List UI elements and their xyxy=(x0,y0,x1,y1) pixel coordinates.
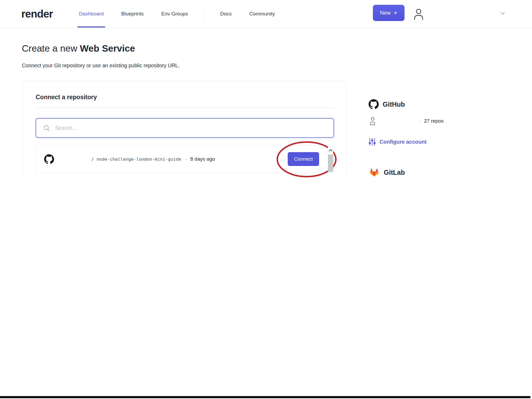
search-icon xyxy=(43,124,50,132)
primary-nav: Dashboard Blueprints Env Groups Docs Com… xyxy=(77,0,277,28)
github-account-row: · 27 repos xyxy=(369,117,496,126)
search-input[interactable] xyxy=(55,125,327,131)
repo-name: node-challenge-london-mini-guide xyxy=(97,157,181,162)
card-title: Connect a repository xyxy=(36,94,334,101)
repo-updated: 8 days ago xyxy=(190,156,215,162)
nav-env-groups[interactable]: Env Groups xyxy=(160,0,189,28)
nav-community[interactable]: Community xyxy=(248,0,277,28)
page-title-bold: Web Service xyxy=(80,43,135,53)
app-canvas: render Dashboard Blueprints Env Groups D… xyxy=(0,0,532,399)
nav-docs[interactable]: Docs xyxy=(218,0,233,28)
scroll-up-icon xyxy=(329,149,333,152)
git-providers-panel: GitHub · 27 repos Configure account xyxy=(369,99,496,178)
chevron-down-icon[interactable] xyxy=(499,10,506,17)
account-user-icon xyxy=(369,117,377,126)
repo-separator-dot: · xyxy=(185,156,187,162)
configure-account-row[interactable]: Configure account xyxy=(369,138,496,146)
github-icon xyxy=(44,154,54,164)
new-button[interactable]: New + xyxy=(373,5,405,21)
plus-icon: + xyxy=(394,9,397,16)
account-separator-dot: · xyxy=(419,118,421,124)
scroll-up-arrow[interactable] xyxy=(328,146,333,155)
nav-blueprints[interactable]: Blueprints xyxy=(119,0,145,28)
configure-account-link[interactable]: Configure account xyxy=(380,139,427,145)
page-title-regular: Create a new xyxy=(22,43,80,53)
page-title: Create a new Web Service xyxy=(22,43,532,54)
connect-repo-card: Connect a repository /node-challenge-lon… xyxy=(23,81,346,179)
sliders-icon xyxy=(369,138,376,146)
repos-count: 27 repos xyxy=(424,118,444,124)
card-divider xyxy=(36,107,334,108)
gitlab-heading: GitLab xyxy=(369,167,496,178)
connect-button[interactable]: Connect xyxy=(288,152,319,166)
nav-divider xyxy=(204,6,204,21)
page-subtitle: Connect your Git repository or use an ex… xyxy=(22,63,532,69)
new-button-label: New xyxy=(380,10,391,16)
gitlab-title: GitLab xyxy=(384,169,405,176)
repo-path-prefix: / xyxy=(91,157,94,162)
github-icon xyxy=(369,99,379,109)
bottom-bar xyxy=(0,396,530,398)
repo-owner-redacted xyxy=(54,156,91,162)
repo-path: /node-challenge-london-mini-guide xyxy=(91,157,181,162)
repo-list-scrollbar[interactable] xyxy=(328,146,333,172)
github-heading: GitHub xyxy=(369,99,496,109)
repo-search-box[interactable] xyxy=(36,118,334,138)
gitlab-icon xyxy=(369,167,380,178)
profile-icon[interactable] xyxy=(413,7,424,21)
scrollbar-thumb[interactable] xyxy=(328,155,333,172)
account-name-redacted xyxy=(377,118,419,124)
github-title: GitHub xyxy=(383,101,405,108)
render-logo[interactable]: render xyxy=(21,8,53,20)
top-nav: render Dashboard Blueprints Env Groups D… xyxy=(0,0,532,28)
repo-row: /node-challenge-london-mini-guide · 8 da… xyxy=(36,145,334,173)
chevron-glyph xyxy=(500,10,506,16)
nav-dashboard[interactable]: Dashboard xyxy=(77,0,105,28)
user-icon xyxy=(413,8,424,20)
